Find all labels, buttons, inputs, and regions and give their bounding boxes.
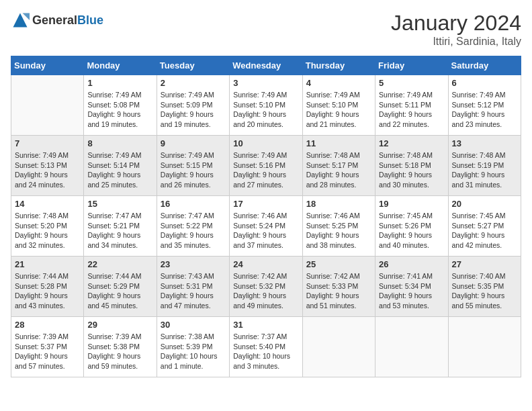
day-number: 21 [15, 259, 80, 269]
day-info: Sunrise: 7:37 AMSunset: 5:40 PMDaylight:… [233, 332, 298, 371]
header-day-wednesday: Wednesday [230, 56, 302, 75]
day-info: Sunrise: 7:49 AMSunset: 5:16 PMDaylight:… [233, 150, 298, 190]
day-number: 4 [306, 78, 371, 88]
day-number: 6 [452, 78, 517, 88]
day-number: 31 [233, 320, 298, 330]
day-info: Sunrise: 7:45 AMSunset: 5:27 PMDaylight:… [452, 211, 517, 250]
day-info: Sunrise: 7:49 AMSunset: 5:15 PMDaylight:… [161, 150, 226, 190]
day-info: Sunrise: 7:38 AMSunset: 5:39 PMDaylight:… [161, 332, 226, 371]
calendar-cell: 31Sunrise: 7:37 AMSunset: 5:40 PMDayligh… [230, 317, 302, 377]
day-info: Sunrise: 7:41 AMSunset: 5:34 PMDaylight:… [379, 271, 444, 311]
calendar-cell: 26Sunrise: 7:41 AMSunset: 5:34 PMDayligh… [375, 257, 448, 317]
month-year-title: January 2024 [391, 11, 521, 36]
day-number: 10 [233, 138, 298, 148]
day-number: 7 [15, 138, 80, 148]
calendar-cell: 29Sunrise: 7:39 AMSunset: 5:38 PMDayligh… [84, 317, 157, 377]
week-row-1: 1Sunrise: 7:49 AMSunset: 5:08 PMDaylight… [11, 75, 521, 136]
day-number: 2 [161, 78, 226, 88]
calendar-cell: 1Sunrise: 7:49 AMSunset: 5:08 PMDaylight… [84, 75, 157, 136]
calendar-cell: 13Sunrise: 7:48 AMSunset: 5:19 PMDayligh… [448, 136, 521, 196]
calendar-table: SundayMondayTuesdayWednesdayThursdayFrid… [11, 56, 521, 377]
day-info: Sunrise: 7:44 AMSunset: 5:29 PMDaylight:… [87, 271, 152, 311]
day-info: Sunrise: 7:49 AMSunset: 5:09 PMDaylight:… [161, 90, 226, 130]
page-header: GeneralBlue January 2024 Ittiri, Sardini… [11, 11, 521, 48]
day-info: Sunrise: 7:39 AMSunset: 5:38 PMDaylight:… [87, 332, 152, 371]
day-number: 3 [233, 78, 298, 88]
calendar-cell [302, 317, 375, 377]
day-number: 9 [161, 138, 226, 148]
logo-general: General [32, 13, 77, 27]
day-number: 5 [379, 78, 444, 88]
day-info: Sunrise: 7:47 AMSunset: 5:21 PMDaylight:… [87, 211, 152, 250]
day-number: 16 [161, 199, 226, 209]
day-number: 27 [452, 259, 517, 269]
calendar-cell: 16Sunrise: 7:47 AMSunset: 5:22 PMDayligh… [157, 196, 229, 257]
day-info: Sunrise: 7:48 AMSunset: 5:20 PMDaylight:… [15, 211, 80, 250]
calendar-cell: 27Sunrise: 7:40 AMSunset: 5:35 PMDayligh… [448, 257, 521, 317]
day-info: Sunrise: 7:39 AMSunset: 5:37 PMDaylight:… [15, 332, 80, 371]
day-info: Sunrise: 7:49 AMSunset: 5:11 PMDaylight:… [379, 90, 444, 130]
day-number: 19 [379, 199, 444, 209]
calendar-cell: 17Sunrise: 7:46 AMSunset: 5:24 PMDayligh… [230, 196, 302, 257]
calendar-cell: 24Sunrise: 7:42 AMSunset: 5:32 PMDayligh… [230, 257, 302, 317]
day-info: Sunrise: 7:49 AMSunset: 5:10 PMDaylight:… [306, 90, 371, 130]
header-row: SundayMondayTuesdayWednesdayThursdayFrid… [11, 56, 521, 75]
day-info: Sunrise: 7:49 AMSunset: 5:10 PMDaylight:… [233, 90, 298, 130]
day-info: Sunrise: 7:49 AMSunset: 5:08 PMDaylight:… [87, 90, 152, 130]
day-info: Sunrise: 7:40 AMSunset: 5:35 PMDaylight:… [452, 271, 517, 311]
day-number: 1 [87, 78, 152, 88]
day-info: Sunrise: 7:48 AMSunset: 5:17 PMDaylight:… [306, 150, 371, 190]
day-info: Sunrise: 7:48 AMSunset: 5:19 PMDaylight:… [452, 150, 517, 190]
day-number: 17 [233, 199, 298, 209]
day-number: 29 [87, 320, 152, 330]
calendar-cell [448, 317, 521, 377]
day-info: Sunrise: 7:42 AMSunset: 5:32 PMDaylight:… [233, 271, 298, 311]
logo-icon [11, 11, 30, 30]
calendar-cell: 2Sunrise: 7:49 AMSunset: 5:09 PMDaylight… [157, 75, 229, 136]
day-number: 24 [233, 259, 298, 269]
calendar-cell: 11Sunrise: 7:48 AMSunset: 5:17 PMDayligh… [302, 136, 375, 196]
day-number: 14 [15, 199, 80, 209]
day-number: 28 [15, 320, 80, 330]
week-row-3: 14Sunrise: 7:48 AMSunset: 5:20 PMDayligh… [11, 196, 521, 257]
day-number: 13 [452, 138, 517, 148]
calendar-cell: 28Sunrise: 7:39 AMSunset: 5:37 PMDayligh… [11, 317, 84, 377]
calendar-cell: 3Sunrise: 7:49 AMSunset: 5:10 PMDaylight… [230, 75, 302, 136]
day-number: 20 [452, 199, 517, 209]
calendar-cell: 15Sunrise: 7:47 AMSunset: 5:21 PMDayligh… [84, 196, 157, 257]
calendar-cell: 30Sunrise: 7:38 AMSunset: 5:39 PMDayligh… [157, 317, 229, 377]
calendar-cell: 9Sunrise: 7:49 AMSunset: 5:15 PMDaylight… [157, 136, 229, 196]
calendar-cell: 4Sunrise: 7:49 AMSunset: 5:10 PMDaylight… [302, 75, 375, 136]
day-info: Sunrise: 7:46 AMSunset: 5:24 PMDaylight:… [233, 211, 298, 250]
logo-blue: Blue [77, 13, 103, 27]
title-block: January 2024 Ittiri, Sardinia, Italy [391, 11, 521, 48]
day-number: 30 [161, 320, 226, 330]
day-info: Sunrise: 7:49 AMSunset: 5:12 PMDaylight:… [452, 90, 517, 130]
day-info: Sunrise: 7:49 AMSunset: 5:13 PMDaylight:… [15, 150, 80, 190]
day-number: 12 [379, 138, 444, 148]
location-subtitle: Ittiri, Sardinia, Italy [391, 36, 521, 48]
header-day-monday: Monday [84, 56, 157, 75]
calendar-cell: 20Sunrise: 7:45 AMSunset: 5:27 PMDayligh… [448, 196, 521, 257]
calendar-cell: 21Sunrise: 7:44 AMSunset: 5:28 PMDayligh… [11, 257, 84, 317]
day-info: Sunrise: 7:43 AMSunset: 5:31 PMDaylight:… [161, 271, 226, 311]
calendar-cell [375, 317, 448, 377]
day-info: Sunrise: 7:49 AMSunset: 5:14 PMDaylight:… [87, 150, 152, 190]
day-number: 11 [306, 138, 371, 148]
calendar-cell [11, 75, 84, 136]
day-number: 23 [161, 259, 226, 269]
day-number: 8 [87, 138, 152, 148]
svg-marker-1 [23, 13, 30, 21]
calendar-cell: 19Sunrise: 7:45 AMSunset: 5:26 PMDayligh… [375, 196, 448, 257]
day-info: Sunrise: 7:47 AMSunset: 5:22 PMDaylight:… [161, 211, 226, 250]
header-day-friday: Friday [375, 56, 448, 75]
calendar-cell: 6Sunrise: 7:49 AMSunset: 5:12 PMDaylight… [448, 75, 521, 136]
week-row-4: 21Sunrise: 7:44 AMSunset: 5:28 PMDayligh… [11, 257, 521, 317]
day-info: Sunrise: 7:44 AMSunset: 5:28 PMDaylight:… [15, 271, 80, 311]
calendar-cell: 23Sunrise: 7:43 AMSunset: 5:31 PMDayligh… [157, 257, 229, 317]
day-number: 18 [306, 199, 371, 209]
week-row-5: 28Sunrise: 7:39 AMSunset: 5:37 PMDayligh… [11, 317, 521, 377]
header-day-sunday: Sunday [11, 56, 84, 75]
calendar-cell: 14Sunrise: 7:48 AMSunset: 5:20 PMDayligh… [11, 196, 84, 257]
header-day-tuesday: Tuesday [157, 56, 229, 75]
